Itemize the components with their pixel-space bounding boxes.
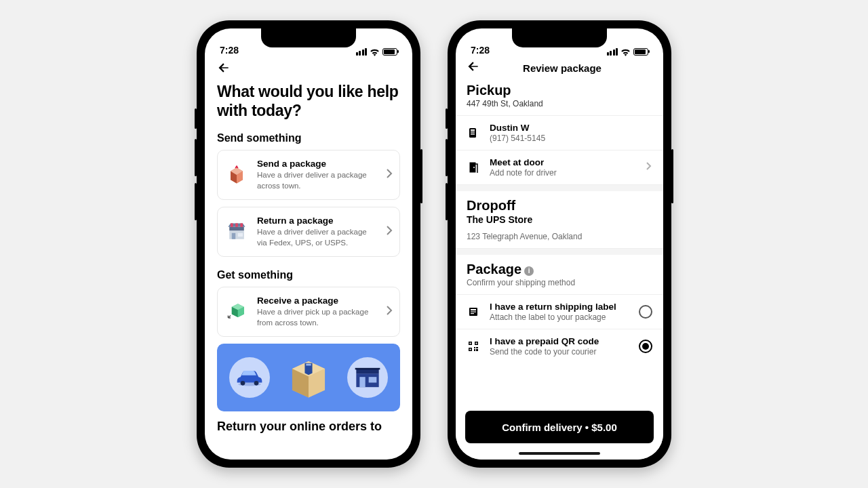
- svg-rect-11: [240, 224, 243, 227]
- svg-rect-47: [476, 349, 478, 351]
- svg-rect-26: [356, 369, 378, 374]
- cellular-icon: [356, 48, 368, 56]
- svg-rect-27: [359, 377, 365, 387]
- dropoff-name: The UPS Store: [456, 214, 663, 232]
- home-indicator: [519, 452, 600, 455]
- send-package-desc: Have a driver deliver a package across t…: [257, 170, 378, 191]
- receive-package-card[interactable]: Receive a package Have a driver pick up …: [217, 287, 400, 337]
- chevron-right-icon: [386, 306, 393, 318]
- svg-rect-31: [471, 129, 475, 131]
- svg-point-36: [473, 167, 475, 168]
- return-package-card[interactable]: Return a package Have a driver deliver a…: [217, 207, 400, 257]
- svg-rect-48: [470, 343, 471, 344]
- send-package-card[interactable]: Send a package Have a driver deliver a p…: [217, 150, 400, 200]
- contact-name: Dustin W: [490, 123, 652, 133]
- package-red-icon: [224, 163, 249, 187]
- confirm-delivery-button[interactable]: Confirm delivery • $5.00: [465, 411, 654, 443]
- pickup-address: 447 49th St, Oakland: [456, 98, 663, 115]
- package-sub: Confirm your shipping method: [456, 277, 663, 294]
- svg-rect-24: [306, 364, 311, 366]
- wifi-icon: [370, 47, 380, 56]
- svg-rect-39: [471, 312, 476, 312]
- contact-icon: [467, 127, 480, 138]
- phone-right: 7:28 Review package Pickup 447 49th St, …: [448, 20, 671, 468]
- status-time: 7:28: [471, 45, 490, 56]
- get-section-header: Get something: [205, 264, 412, 287]
- svg-rect-33: [471, 134, 475, 135]
- opt2-title: I have a prepaid QR code: [490, 336, 629, 346]
- svg-rect-38: [471, 309, 476, 310]
- contact-phone: (917) 541-5145: [490, 134, 652, 143]
- banner-title-cutoff: Return your online orders to: [205, 415, 412, 434]
- svg-rect-40: [471, 313, 474, 314]
- back-button[interactable]: [217, 65, 231, 77]
- svg-rect-9: [231, 224, 233, 227]
- receive-package-desc: Have a driver pick up a package from acr…: [257, 307, 378, 328]
- qr-icon: [467, 341, 480, 352]
- page-title: What would you like help with today?: [205, 83, 412, 127]
- svg-rect-46: [474, 349, 475, 351]
- chevron-right-icon: [386, 169, 393, 181]
- dropoff-title: Dropoff: [456, 198, 663, 214]
- svg-rect-32: [471, 131, 475, 133]
- door-icon: [467, 162, 480, 173]
- opt1-sub: Attach the label to your package: [490, 312, 629, 322]
- opt2-sub: Send the code to your courier: [490, 347, 629, 357]
- svg-rect-6: [232, 233, 235, 239]
- car-icon: [229, 357, 270, 398]
- battery-icon: [382, 48, 397, 56]
- send-section-header: Send something: [205, 127, 412, 150]
- store-icon: [224, 220, 249, 244]
- pickup-contact-row[interactable]: Dustin W (917) 541-5145: [456, 115, 663, 150]
- package-green-icon: [224, 300, 249, 324]
- battery-icon: [633, 48, 648, 56]
- svg-rect-29: [355, 368, 380, 370]
- notch: [512, 28, 607, 47]
- svg-point-17: [241, 381, 245, 386]
- label-icon: [467, 306, 480, 317]
- info-icon[interactable]: i: [524, 266, 534, 276]
- dropoff-address: 123 Telegraph Avenue, Oakland: [456, 232, 663, 248]
- receive-package-title: Receive a package: [257, 296, 378, 306]
- notch: [261, 28, 356, 47]
- radio-unselected[interactable]: [639, 305, 652, 319]
- svg-rect-44: [474, 347, 475, 348]
- radio-selected[interactable]: [639, 340, 652, 353]
- svg-rect-28: [369, 377, 377, 382]
- meet-title: Meet at door: [490, 157, 636, 167]
- storefront-icon: [347, 357, 388, 398]
- return-package-desc: Have a driver deliver a package via Fede…: [257, 227, 378, 248]
- phone-left: 7:28 What would you like help with today…: [197, 20, 420, 468]
- svg-rect-45: [476, 347, 478, 348]
- svg-rect-7: [238, 233, 243, 237]
- pickup-title: Pickup: [456, 83, 663, 98]
- shipping-label-option[interactable]: I have a return shipping label Attach th…: [456, 294, 663, 329]
- package-title: Packagei: [456, 262, 663, 277]
- svg-rect-10: [235, 224, 238, 227]
- svg-rect-50: [470, 349, 471, 350]
- chevron-right-icon: [646, 161, 652, 174]
- box-icon: [283, 352, 334, 403]
- svg-rect-49: [476, 343, 477, 344]
- qr-code-option[interactable]: I have a prepaid QR code Send the code t…: [456, 329, 663, 363]
- promo-banner[interactable]: [217, 344, 400, 411]
- return-package-title: Return a package: [257, 216, 378, 226]
- send-package-title: Send a package: [257, 159, 378, 169]
- svg-point-18: [254, 381, 259, 386]
- chevron-right-icon: [386, 226, 393, 238]
- wifi-icon: [620, 47, 631, 56]
- header-title: Review package: [472, 62, 652, 74]
- meet-sub: Add note for driver: [490, 168, 636, 178]
- status-time: 7:28: [220, 45, 239, 56]
- meet-at-door-row[interactable]: Meet at door Add note for driver: [456, 150, 663, 184]
- cellular-icon: [607, 48, 618, 56]
- svg-rect-5: [229, 227, 244, 230]
- opt1-title: I have a return shipping label: [490, 302, 629, 312]
